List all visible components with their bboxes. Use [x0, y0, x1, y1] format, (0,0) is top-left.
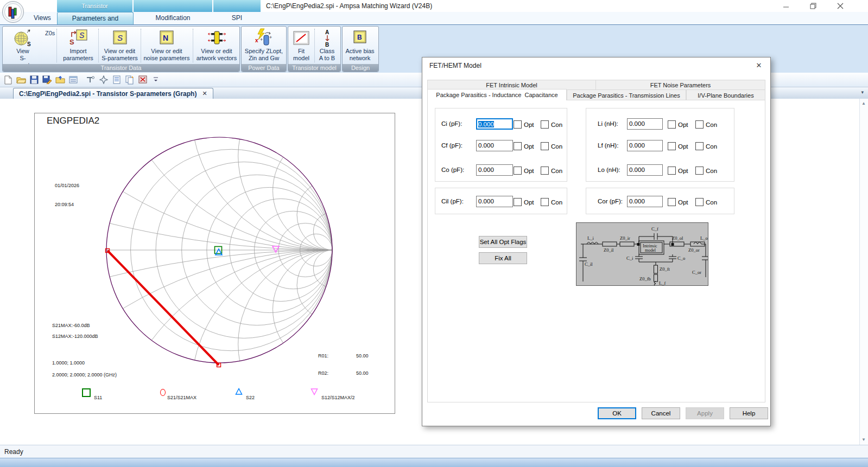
cf-con-checkbox[interactable]: Con: [541, 142, 562, 150]
document-tab[interactable]: C:\EngP\EngPedia2.spi - Transistor S-par…: [13, 88, 213, 99]
restore-button[interactable]: [802, 0, 824, 12]
checkbox-icon[interactable]: [668, 198, 676, 206]
save-button[interactable]: [29, 75, 39, 85]
co-con-checkbox[interactable]: Con: [541, 167, 562, 175]
li-input[interactable]: 0.000: [627, 118, 663, 130]
status-bar-strip: [0, 458, 868, 467]
lf-input[interactable]: 0.000: [627, 140, 663, 151]
cf-value: 0.000: [478, 142, 494, 149]
ci-label: Ci (pF):: [441, 118, 462, 130]
export-list-button[interactable]: [68, 75, 78, 85]
tab-list-dropdown-icon[interactable]: ▾: [861, 89, 864, 95]
checkbox-icon[interactable]: [668, 167, 676, 175]
dialog-close-button[interactable]: ✕: [752, 60, 766, 71]
save-as-button[interactable]: [42, 75, 52, 85]
view-edit-artwork-vectors-button[interactable]: View or edit artwork vectors: [194, 28, 239, 63]
lf-con-checkbox[interactable]: Con: [695, 142, 717, 150]
tab-modification-networks[interactable]: Modification Networks: [134, 12, 212, 24]
fix-all-button[interactable]: Fix All: [479, 252, 527, 264]
checkbox-icon[interactable]: [514, 120, 522, 129]
set-all-opt-flags-button[interactable]: Set All Opt Flags: [479, 236, 527, 248]
checkbox-icon[interactable]: [514, 198, 522, 206]
trim-tool-button[interactable]: [86, 75, 96, 85]
cor-con-checkbox[interactable]: Con: [695, 198, 717, 206]
view-document-button[interactable]: [112, 75, 122, 85]
checkbox-icon[interactable]: [541, 120, 549, 129]
tab-spi-analysis[interactable]: SPI Analysis: [213, 12, 261, 24]
view-edit-noise-parameters-button[interactable]: N View or edit noise parameters: [142, 28, 191, 63]
view-sparameters-button[interactable]: S View S-parameters: [5, 28, 41, 63]
cf-input[interactable]: 0.000: [476, 140, 513, 151]
close-button[interactable]: [829, 0, 851, 12]
button-label: Specify ZLopt, Zin and Gw: [243, 48, 285, 62]
li-opt-checkbox[interactable]: Opt: [668, 120, 688, 129]
button-label: View or edit noise parameters: [142, 48, 191, 62]
co-opt-checkbox[interactable]: Opt: [514, 167, 534, 175]
schematic-label: L_f: [659, 280, 666, 285]
checkbox-icon[interactable]: [695, 142, 704, 150]
minimize-button[interactable]: [775, 0, 797, 12]
legend-label-s21: S21/S21MAX: [167, 395, 197, 400]
ci-opt-checkbox[interactable]: Opt: [514, 120, 534, 129]
app-logo[interactable]: [2, 1, 24, 23]
help-button[interactable]: Help: [730, 407, 768, 419]
checkbox-icon[interactable]: [695, 120, 704, 129]
class-a-to-b-icon: A B: [318, 28, 337, 48]
schematic-label: C_o: [677, 255, 685, 261]
lo-con-checkbox[interactable]: Con: [695, 167, 717, 175]
li-con-checkbox[interactable]: Con: [695, 120, 717, 129]
fit-model-button[interactable]: Fit model: [289, 28, 314, 63]
scroll-down-icon[interactable]: ▼: [860, 436, 867, 444]
tab-package-parasitics-tl[interactable]: Package Parasitics - Transmission Lines: [567, 89, 686, 100]
cancel-button[interactable]: Cancel: [642, 407, 680, 419]
tab-iv-plane-boundaries[interactable]: I/V-Plane Boundaries: [686, 89, 765, 100]
lo-opt-checkbox[interactable]: Opt: [668, 167, 688, 175]
tab-package-parasitics-lc[interactable]: Package Parasitics - Inductance Capacita…: [427, 89, 567, 100]
legend-label-s22: S22: [246, 395, 255, 400]
lo-input[interactable]: 0.000: [627, 164, 663, 176]
ribbon-tab-row: Views Parameters and Model Modification …: [0, 12, 868, 25]
co-input[interactable]: 0.000: [476, 164, 513, 176]
active-bias-network-button[interactable]: B Active bias network: [343, 28, 377, 63]
view-edit-sparameters-button[interactable]: S View or edit S-parameters: [100, 28, 140, 63]
checkbox-icon[interactable]: [668, 142, 676, 150]
tab-fet-noise-parameters[interactable]: FET Noise Parameters: [595, 80, 765, 90]
ci-input[interactable]: 0.000: [476, 118, 513, 130]
specify-zlopt-button[interactable]: x + + Specify ZLopt, Zin and Gw: [243, 28, 285, 63]
scroll-up-icon[interactable]: ▲: [860, 99, 867, 108]
cf-opt-checkbox[interactable]: Opt: [514, 142, 534, 150]
checkbox-icon[interactable]: [695, 198, 704, 206]
class-a-to-b-button[interactable]: A B Class A to B: [315, 28, 339, 63]
lf-opt-checkbox[interactable]: Opt: [668, 142, 688, 150]
cil-con-checkbox[interactable]: Con: [541, 198, 562, 206]
apply-button[interactable]: Apply: [686, 407, 724, 419]
copy-document-button[interactable]: [125, 75, 135, 85]
checkbox-icon[interactable]: [541, 167, 549, 175]
cil-opt-checkbox[interactable]: Opt: [514, 198, 534, 206]
checkbox-icon[interactable]: [514, 167, 522, 175]
cor-opt-checkbox[interactable]: Opt: [668, 198, 688, 206]
checkbox-icon[interactable]: [695, 167, 704, 175]
checkbox-icon[interactable]: [541, 142, 549, 150]
node-tool-button[interactable]: [99, 75, 109, 85]
cor-input[interactable]: 0.000: [627, 196, 663, 207]
toolbar-overflow-button[interactable]: [151, 75, 161, 85]
z0s-label[interactable]: Z0s: [45, 30, 55, 36]
checkbox-icon[interactable]: [668, 120, 676, 129]
co-label: Co (pF):: [441, 164, 464, 176]
import-parameters-button[interactable]: S S Import parameters: [59, 28, 98, 63]
checkbox-icon[interactable]: [541, 198, 549, 206]
ci-con-checkbox[interactable]: Con: [541, 120, 562, 129]
tab-views[interactable]: Views: [25, 12, 58, 24]
image-delete-button[interactable]: [138, 75, 148, 85]
vertical-scrollbar[interactable]: ▲ ▼: [859, 99, 868, 445]
ok-button[interactable]: OK: [598, 407, 636, 419]
open-file-button[interactable]: [16, 75, 26, 85]
tab-close-icon[interactable]: ✕: [202, 90, 207, 97]
schematic-label: C_or: [692, 270, 701, 275]
tab-parameters-and-model[interactable]: Parameters and Model: [57, 12, 134, 24]
import-folder-button[interactable]: [55, 75, 65, 85]
new-document-button[interactable]: [3, 75, 13, 85]
checkbox-icon[interactable]: [514, 142, 522, 150]
cil-input[interactable]: 0.000: [476, 196, 513, 207]
